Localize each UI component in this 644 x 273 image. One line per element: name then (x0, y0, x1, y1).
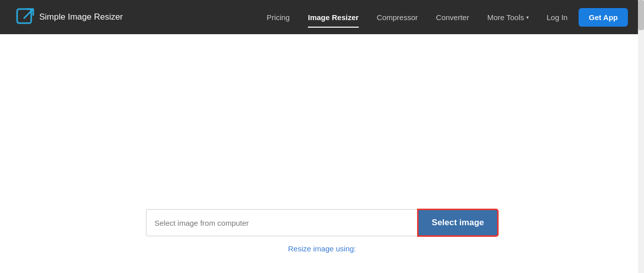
upload-area: Select image Resize image using: (0, 209, 644, 253)
svg-rect-0 (17, 9, 31, 23)
nav-item-converter[interactable]: Converter (429, 9, 476, 26)
nav-item-login[interactable]: Log In (540, 9, 575, 26)
get-app-button[interactable]: Get App (579, 8, 628, 27)
file-path-input[interactable] (146, 209, 418, 236)
chevron-down-icon: ▾ (526, 15, 529, 20)
main-content: Select image Resize image using: (0, 34, 644, 273)
nav-links: Pricing Image Resizer Compressor Convert… (260, 8, 628, 27)
nav-item-more-tools[interactable]: More Tools ▾ (480, 9, 535, 26)
logo-icon (16, 8, 34, 26)
nav-item-pricing[interactable]: Pricing (260, 9, 297, 26)
navbar: Simple Image Resizer Pricing Image Resiz… (0, 0, 644, 34)
select-image-button[interactable]: Select image (418, 209, 498, 236)
logo-text: Simple Image Resizer (39, 12, 123, 22)
nav-item-image-resizer[interactable]: Image Resizer (301, 9, 366, 26)
nav-item-compressor[interactable]: Compressor (370, 9, 425, 26)
file-input-row: Select image (146, 209, 498, 236)
resize-image-link[interactable]: Resize image using: (288, 244, 356, 253)
scrollbar-thumb[interactable] (638, 0, 644, 30)
scrollbar[interactable] (638, 0, 644, 273)
logo[interactable]: Simple Image Resizer (16, 8, 123, 26)
